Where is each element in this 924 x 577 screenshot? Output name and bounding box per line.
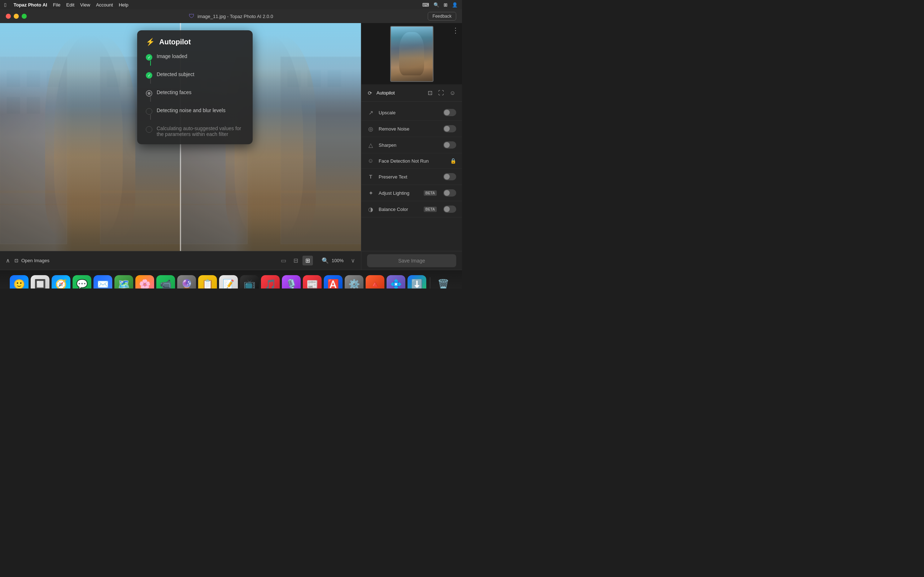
downloader-icon: ⬇️	[411, 279, 423, 288]
preserve-text-toggle[interactable]	[443, 173, 456, 180]
save-image-button[interactable]: Save Image	[367, 254, 456, 267]
appletv-icon: 📺	[244, 279, 255, 288]
control-center-icon[interactable]: ⊞	[444, 2, 447, 8]
trash-icon: 🗑️	[438, 279, 449, 288]
split-v-button[interactable]: ⊞	[302, 256, 313, 266]
dock-music[interactable]: 🎵	[261, 275, 280, 289]
dot-col-loaded: ✓	[146, 53, 152, 66]
dock-systemprefs[interactable]: ⚙️	[345, 275, 363, 289]
news-icon: 📰	[307, 279, 318, 288]
filter-balance-color[interactable]: ◑ Balance Color BETA	[361, 201, 462, 218]
window-title: 🛡 image_11.jpg - Topaz Photo AI 2.0.0	[189, 13, 273, 19]
sharpen-icon: △	[367, 142, 374, 148]
launchpad-icon: 🔲	[34, 279, 46, 288]
systemprefs-icon: ⚙️	[348, 279, 360, 288]
sharpen-toggle[interactable]	[443, 141, 456, 148]
dock-freeform[interactable]: 📝	[219, 275, 238, 289]
mail-icon: ✉️	[97, 279, 109, 288]
dock-siri[interactable]: 🔮	[177, 275, 196, 289]
dock-maps[interactable]: 🗺️	[115, 275, 133, 289]
dock-topazai[interactable]: 💠	[386, 275, 405, 289]
menu-file[interactable]: File	[53, 2, 61, 8]
dock-finder[interactable]: 🙂	[10, 275, 29, 289]
dock-appletv[interactable]: 📺	[240, 275, 259, 289]
autopilot-panel: ⚡ Autopilot ✓ Image loaded ✓	[137, 30, 253, 144]
dot-col-subject: ✓	[146, 71, 152, 84]
expand-right-button[interactable]: ∨	[351, 257, 355, 264]
lightning-icon: ⚡	[146, 37, 155, 46]
keyboard-icon[interactable]: ⌨	[422, 2, 429, 8]
status-dot-pending-4	[146, 108, 152, 115]
status-text-calc: Calculating auto-suggested values for th…	[157, 126, 244, 137]
dock-notes[interactable]: 📋	[198, 275, 217, 289]
dock-mail[interactable]: ✉️	[94, 275, 112, 289]
dock: 🙂 🔲 🧭 💬 ✉️ 🗺️ 🌸 📹 🔮 📋 📝 📺 🎵 🎙️ 📰	[0, 270, 462, 288]
thumbnail-more-button[interactable]: ⋮	[452, 26, 459, 35]
balance-color-toggle[interactable]	[443, 206, 456, 213]
remove-noise-icon: ◎	[367, 126, 374, 132]
bottom-bar: ∧ ⊡ Open Images ▭ ⊟ ⊞ 🔍 100% ∨	[0, 251, 361, 270]
status-text-faces: Detecting faces	[157, 89, 192, 95]
minimize-button[interactable]	[14, 14, 19, 19]
dock-news[interactable]: 📰	[303, 275, 321, 289]
balance-color-badge: BETA	[424, 206, 437, 212]
upscale-toggle[interactable]	[443, 109, 456, 116]
filter-adjust-lighting[interactable]: ✦ Adjust Lighting BETA	[361, 185, 462, 201]
crop-tool-button[interactable]: ⊡	[426, 88, 434, 98]
feedback-button[interactable]: Feedback	[428, 12, 456, 21]
dock-downloader[interactable]: ⬇️	[407, 275, 426, 289]
status-dot-done-1: ✓	[146, 54, 152, 61]
filter-remove-noise[interactable]: ◎ Remove Noise	[361, 121, 462, 137]
filter-preserve-text[interactable]: T Preserve Text	[361, 169, 462, 185]
filter-list: ↗ Upscale ◎ Remove Noise △ Sharpen ☺ Fac…	[361, 102, 462, 251]
status-calculating: Calculating auto-suggested values for th…	[146, 126, 244, 137]
search-icon[interactable]: 🔍	[433, 2, 439, 8]
single-view-button[interactable]: ▭	[278, 256, 289, 266]
right-sidebar: ⋮ ⟳ Autopilot ⊡ ⛶ ☺ ↗ Upscale ◎ Remove N…	[361, 23, 462, 251]
dock-trash[interactable]: 🗑️	[434, 275, 452, 289]
user-icon[interactable]: 👤	[452, 2, 458, 8]
menu-right-icons: ⌨ 🔍 ⊞ 👤	[422, 2, 458, 8]
dock-photos[interactable]: 🌸	[135, 275, 154, 289]
connector-3	[150, 97, 151, 102]
menu-account[interactable]: Account	[96, 2, 113, 8]
dock-podcasts[interactable]: 🎙️	[282, 275, 300, 289]
menu-view[interactable]: View	[80, 2, 90, 8]
sidebar-toolbar: ⟳ Autopilot ⊡ ⛶ ☺	[361, 84, 462, 102]
notes-icon: 📋	[202, 279, 213, 288]
dock-topazlabs[interactable]: 🔺	[366, 275, 384, 289]
remove-noise-toggle[interactable]	[443, 125, 456, 132]
dock-appstore[interactable]: 🅰️	[324, 275, 342, 289]
filter-sharpen[interactable]: △ Sharpen	[361, 137, 462, 153]
status-detecting-noise: Detecting noise and blur levels	[146, 108, 244, 120]
dock-safari[interactable]: 🧭	[52, 275, 70, 289]
dock-facetime[interactable]: 📹	[156, 275, 175, 289]
open-images-label: Open Images	[21, 258, 50, 263]
save-area: Save Image	[361, 251, 462, 270]
remove-noise-label: Remove Noise	[379, 126, 439, 132]
topazai-icon: 💠	[390, 279, 402, 288]
open-images-button[interactable]: ⊡ Open Images	[15, 258, 50, 263]
bottom-row: ∧ ⊡ Open Images ▭ ⊟ ⊞ 🔍 100% ∨ Save Imag…	[0, 251, 462, 270]
close-button[interactable]	[6, 14, 11, 19]
expand-panel-button[interactable]: ∧	[6, 257, 10, 264]
maximize-button[interactable]	[22, 14, 27, 19]
autopilot-header: ⚡ Autopilot	[146, 37, 244, 46]
adjust-lighting-toggle[interactable]	[443, 189, 456, 197]
app-name: Topaz Photo AI	[13, 2, 47, 8]
dock-messages[interactable]: 💬	[73, 275, 91, 289]
menu-help[interactable]: Help	[119, 2, 129, 8]
connector-2	[150, 79, 151, 84]
menu-edit[interactable]: Edit	[66, 2, 74, 8]
apple-icon[interactable]: 	[4, 2, 6, 8]
adjust-lighting-label: Adjust Lighting	[379, 190, 419, 196]
filter-face-detection[interactable]: ☺ Face Detection Not Run 🔒	[361, 153, 462, 169]
dock-launchpad[interactable]: 🔲	[31, 275, 50, 289]
menu-bar:  Topaz Photo AI File Edit View Account …	[0, 0, 462, 10]
split-h-button[interactable]: ⊟	[291, 256, 301, 266]
fullscreen-tool-button[interactable]: ⛶	[437, 89, 446, 98]
window-title-text: image_11.jpg - Topaz Photo AI 2.0.0	[197, 14, 273, 19]
filter-upscale[interactable]: ↗ Upscale	[361, 105, 462, 121]
dot-col-calc	[146, 126, 152, 133]
compare-tool-button[interactable]: ☺	[448, 89, 457, 98]
